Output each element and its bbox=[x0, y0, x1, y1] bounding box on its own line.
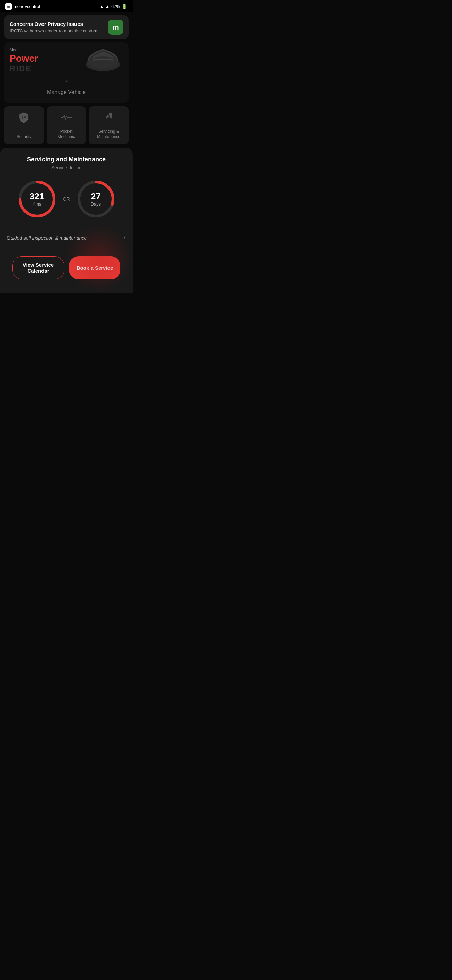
cards-row: Security PocketMechanic Servicing &Maint… bbox=[4, 106, 128, 144]
moneycontrol-icon: m bbox=[5, 3, 11, 10]
security-card[interactable]: Security bbox=[4, 106, 44, 144]
helmet-icon bbox=[82, 46, 124, 73]
inspection-label: Guided self inspection & maintenance bbox=[7, 235, 87, 240]
wifi-icon: ▲ bbox=[100, 4, 104, 9]
status-left: m moneycontrol bbox=[5, 3, 40, 10]
battery-label: 67% bbox=[111, 4, 120, 9]
days-gauge: 27 Days bbox=[76, 179, 116, 220]
expand-chevron-icon[interactable]: ⌄ bbox=[10, 76, 123, 84]
security-card-label: Security bbox=[17, 134, 31, 140]
svg-point-1 bbox=[88, 56, 118, 69]
days-unit: Days bbox=[91, 202, 101, 207]
kms-value: 321 bbox=[30, 192, 44, 202]
pocket-mechanic-label: PocketMechanic bbox=[57, 129, 75, 140]
signal-icon: ▲ bbox=[105, 4, 109, 9]
notification-title: Concerns Over Privacy Issues bbox=[10, 21, 100, 27]
manage-vehicle-label: Manage Vehicle bbox=[10, 89, 123, 95]
notification-text: Concerns Over Privacy Issues IRCTC withd… bbox=[10, 21, 100, 33]
vehicle-image-area bbox=[81, 46, 125, 73]
status-bar: m moneycontrol ▲ ▲ 67% 🔋 bbox=[0, 0, 133, 12]
days-gauge-inner: 27 Days bbox=[91, 192, 101, 207]
servicing-card[interactable]: Servicing &Maintenance bbox=[89, 106, 128, 144]
service-panel: Servicing and Maintenance Service due in… bbox=[0, 148, 133, 293]
notification-body: IRCTC withdraws tender to monetise custo… bbox=[10, 28, 100, 33]
bottom-buttons: View Service Calendar Book a Service bbox=[7, 253, 126, 286]
book-service-button[interactable]: Book a Service bbox=[69, 256, 121, 279]
view-calendar-button[interactable]: View Service Calendar bbox=[12, 256, 64, 279]
or-separator: OR bbox=[63, 196, 70, 202]
days-gauge-circle: 27 Days bbox=[76, 179, 116, 220]
wrench-icon bbox=[104, 112, 114, 126]
pulse-icon bbox=[61, 112, 72, 123]
status-right: ▲ ▲ 67% 🔋 bbox=[100, 4, 127, 9]
service-due-label: Service due in bbox=[7, 165, 126, 170]
gauges-row: 321 Kms OR 27 Days bbox=[7, 179, 126, 220]
inspection-row[interactable]: Guided self inspection & maintenance › bbox=[7, 229, 126, 246]
service-panel-title: Servicing and Maintenance bbox=[7, 156, 126, 163]
app-name-label: moneycontrol bbox=[14, 4, 40, 9]
battery-icon: 🔋 bbox=[122, 4, 127, 9]
kms-gauge-inner: 321 Kms bbox=[30, 192, 44, 207]
kms-unit: Kms bbox=[30, 202, 44, 207]
shield-icon bbox=[18, 112, 29, 126]
notification-banner[interactable]: Concerns Over Privacy Issues IRCTC withd… bbox=[4, 15, 128, 40]
pocket-mechanic-card[interactable]: PocketMechanic bbox=[47, 106, 86, 144]
vehicle-section[interactable]: Mode Power RIDE ⌄ Manage Vehicle bbox=[4, 42, 128, 103]
chevron-right-icon: › bbox=[124, 234, 126, 241]
kms-gauge: 321 Kms bbox=[17, 179, 57, 220]
days-value: 27 bbox=[91, 192, 101, 202]
kms-gauge-circle: 321 Kms bbox=[17, 179, 57, 220]
notification-app-icon: m bbox=[108, 20, 123, 35]
servicing-card-label: Servicing &Maintenance bbox=[97, 129, 121, 140]
